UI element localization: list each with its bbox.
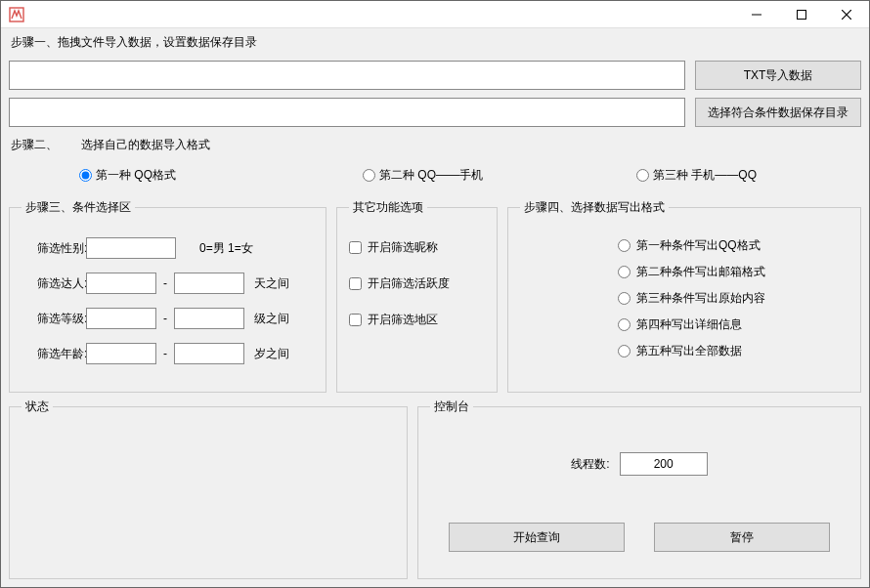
gender-label: 筛选性别: <box>22 240 80 257</box>
filter-activity-check[interactable]: 开启筛选活跃度 <box>349 275 485 292</box>
daren-label: 筛选达人: <box>22 275 80 292</box>
gender-key: 0=男 1=女 <box>199 240 253 257</box>
svg-rect-2 <box>798 10 806 19</box>
filter-region-check[interactable]: 开启筛选地区 <box>349 312 485 328</box>
app-icon <box>7 5 26 24</box>
threads-label: 线程数: <box>571 456 609 473</box>
import-format-opt3-radio[interactable] <box>636 169 649 182</box>
step4-fieldset: 步骤四、选择数据写出格式 第一种条件写出QQ格式 第二种条件写出邮箱格式 第三种… <box>507 199 861 393</box>
step3-fieldset: 步骤三、条件选择区 筛选性别: 0=男 1=女 筛选达人: - 天之间 筛选等级… <box>9 199 326 393</box>
status-legend: 状态 <box>22 399 53 415</box>
daren-suffix: 天之间 <box>254 275 289 292</box>
export-format-opt2[interactable]: 第二种条件写出邮箱格式 <box>618 264 848 280</box>
import-format-opt2-radio[interactable] <box>363 169 375 182</box>
filter-activity-checkbox[interactable] <box>349 277 362 290</box>
export-format-opt4[interactable]: 第四种写出详细信息 <box>618 316 848 333</box>
other-options-fieldset: 其它功能选项 开启筛选昵称 开启筛选活跃度 开启筛选地区 <box>336 199 498 393</box>
level-suffix: 级之间 <box>254 311 289 327</box>
export-format-opt1[interactable]: 第一种条件写出QQ格式 <box>618 237 848 254</box>
save-path-input[interactable] <box>9 98 685 127</box>
app-window: 步骤一、拖拽文件导入数据，设置数据保存目录 TXT导入数据 选择符合条件数据保存… <box>0 0 870 588</box>
console-legend: 控制台 <box>430 399 473 415</box>
step2-label: 选择自己的数据导入格式 <box>81 137 210 153</box>
age-from-input[interactable] <box>86 343 156 364</box>
daren-to-input[interactable] <box>174 273 244 294</box>
import-format-opt2[interactable]: 第二种 QQ——手机 <box>363 167 636 184</box>
titlebar <box>1 1 869 28</box>
pause-button[interactable]: 暂停 <box>654 523 830 552</box>
import-txt-button[interactable]: TXT导入数据 <box>695 61 861 90</box>
close-button[interactable] <box>824 1 869 28</box>
age-label: 筛选年龄: <box>22 346 80 362</box>
step3-legend: 步骤三、条件选择区 <box>22 199 135 216</box>
import-format-opt3[interactable]: 第三种 手机——QQ <box>636 167 757 184</box>
step4-legend: 步骤四、选择数据写出格式 <box>520 199 669 216</box>
age-to-input[interactable] <box>174 343 244 364</box>
export-format-opt5[interactable]: 第五种写出全部数据 <box>618 343 848 359</box>
filter-nickname-checkbox[interactable] <box>349 241 362 254</box>
filter-region-checkbox[interactable] <box>349 314 362 326</box>
import-format-opt1[interactable]: 第一种 QQ格式 <box>79 167 363 184</box>
filter-nickname-check[interactable]: 开启筛选昵称 <box>349 239 485 256</box>
status-fieldset: 状态 <box>9 399 408 579</box>
level-from-input[interactable] <box>86 308 156 329</box>
gender-input[interactable] <box>86 237 176 259</box>
threads-input[interactable] <box>620 452 708 476</box>
client-area: 步骤一、拖拽文件导入数据，设置数据保存目录 TXT导入数据 选择符合条件数据保存… <box>1 28 869 587</box>
drop-file-input[interactable] <box>9 61 685 90</box>
import-format-opt1-radio[interactable] <box>79 169 92 182</box>
other-legend: 其它功能选项 <box>349 199 427 216</box>
export-format-opt3[interactable]: 第三种条件写出原始内容 <box>618 290 848 307</box>
level-to-input[interactable] <box>174 308 244 329</box>
start-query-button[interactable]: 开始查询 <box>449 523 625 552</box>
daren-from-input[interactable] <box>86 273 156 294</box>
level-label: 筛选等级: <box>22 311 80 327</box>
step2-prefix: 步骤二、 <box>11 137 58 153</box>
console-fieldset: 控制台 线程数: 开始查询 暂停 <box>417 399 861 579</box>
minimize-button[interactable] <box>734 1 779 28</box>
maximize-button[interactable] <box>779 1 824 28</box>
choose-save-path-button[interactable]: 选择符合条件数据保存目录 <box>695 98 861 127</box>
age-suffix: 岁之间 <box>254 346 289 362</box>
step1-label: 步骤一、拖拽文件导入数据，设置数据保存目录 <box>11 34 861 51</box>
